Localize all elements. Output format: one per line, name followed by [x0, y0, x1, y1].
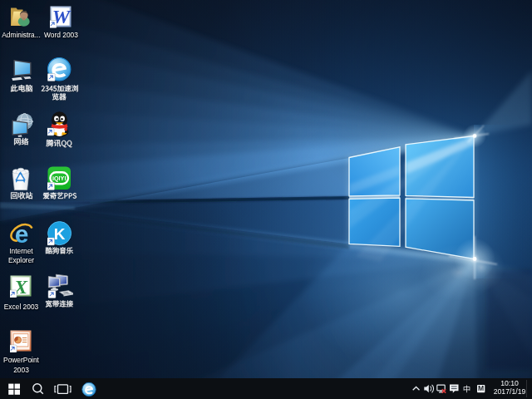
svg-text:2017/1/19: 2017/1/19 — [494, 387, 526, 396]
svg-text:iQIYI: iQIYI — [52, 175, 66, 182]
svg-text:M: M — [478, 384, 484, 392]
svg-text:K: K — [53, 225, 65, 243]
svg-text:10:10: 10:10 — [500, 379, 519, 387]
